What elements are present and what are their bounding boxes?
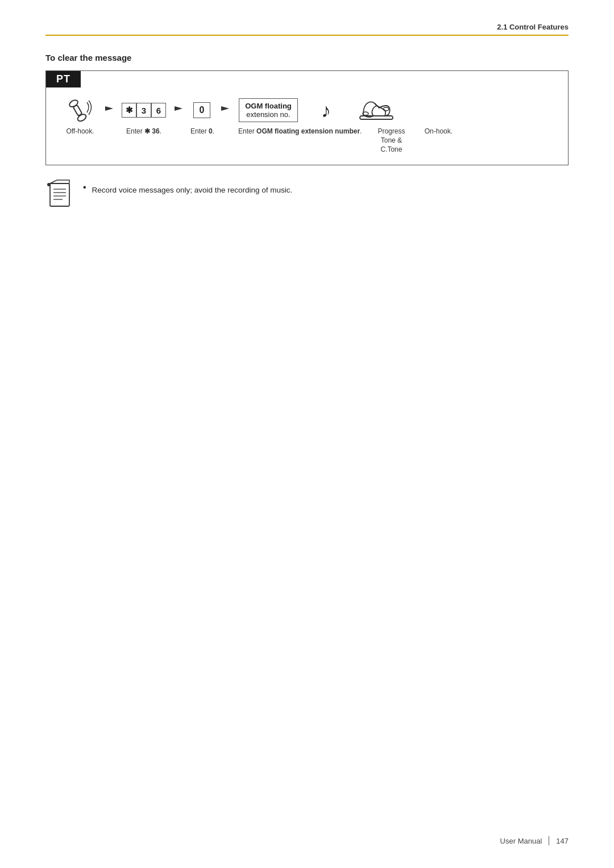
page-container: 2.1 Control Features To clear the messag…: [0, 0, 614, 868]
ogm-line2: extension no.: [246, 110, 290, 119]
keys-label: Enter ✱ 36.: [121, 126, 167, 135]
svg-point-2: [77, 113, 88, 123]
key-3: 3: [136, 103, 151, 118]
zero-label: Enter 0.: [190, 126, 214, 135]
tone-label: ProgressTone &C.Tone: [368, 126, 414, 153]
section-title: 2.1 Control Features: [497, 23, 569, 31]
svg-marker-4: [175, 106, 182, 111]
footer-divider: [549, 836, 549, 845]
note-text: Record voice messages only; avoid the re…: [92, 183, 293, 194]
offhook-icon: [65, 97, 95, 124]
svg-marker-3: [105, 106, 113, 111]
zero-col: 0: [190, 102, 213, 118]
pt-label: PT: [46, 71, 81, 87]
note-section: • Record voice messages only; avoid the …: [45, 179, 569, 211]
keys-group: ✱ 3 6: [122, 103, 166, 118]
phone-offhook-icon: [65, 97, 95, 124]
arrow-1: [104, 103, 114, 118]
tone-col: ♪: [306, 99, 352, 122]
key-6: 6: [151, 103, 166, 118]
diagram-box: PT: [45, 70, 569, 165]
svg-rect-10: [50, 183, 69, 206]
sub-heading: To clear the message: [45, 53, 569, 62]
key-star: ✱: [122, 103, 136, 118]
onhook-label: On-hook.: [418, 126, 458, 135]
diagram-row: ✱ 3 6 0 OGM floating extensi: [46, 87, 568, 124]
ogm-col: OGM floating extension no.: [237, 98, 300, 122]
note-icon-container: [45, 179, 74, 211]
bullet-point: •: [83, 182, 86, 193]
note-paper-icon: [45, 179, 74, 210]
keys-col: ✱ 3 6: [121, 103, 167, 118]
diagram-labels-row: Off-hook. Enter ✱ 36. Enter 0. Enter OGM…: [46, 124, 568, 153]
phone-onhook-icon: [358, 98, 395, 123]
offhook-col: [63, 97, 97, 124]
music-note-icon: ♪: [319, 99, 339, 122]
note-content: • Record voice messages only; avoid the …: [83, 179, 292, 194]
ogm-line1: OGM floating: [245, 102, 292, 110]
svg-point-9: [383, 107, 389, 111]
page-footer: User Manual 147: [500, 836, 569, 845]
arrow-2: [173, 103, 184, 118]
ogm-label: Enter OGM floating extension number.: [238, 126, 362, 135]
footer-left: User Manual: [500, 837, 542, 845]
footer-page: 147: [556, 837, 569, 845]
arrow-3: [220, 103, 230, 118]
svg-text:♪: ♪: [321, 99, 331, 121]
key-0: 0: [193, 102, 210, 118]
offhook-label: Off-hook.: [63, 126, 97, 135]
svg-point-15: [47, 183, 51, 186]
svg-marker-5: [221, 106, 229, 111]
onhook-col: [356, 98, 396, 123]
svg-rect-1: [73, 105, 82, 116]
ogm-box: OGM floating extension no.: [239, 98, 298, 122]
page-header: 2.1 Control Features: [45, 23, 569, 36]
